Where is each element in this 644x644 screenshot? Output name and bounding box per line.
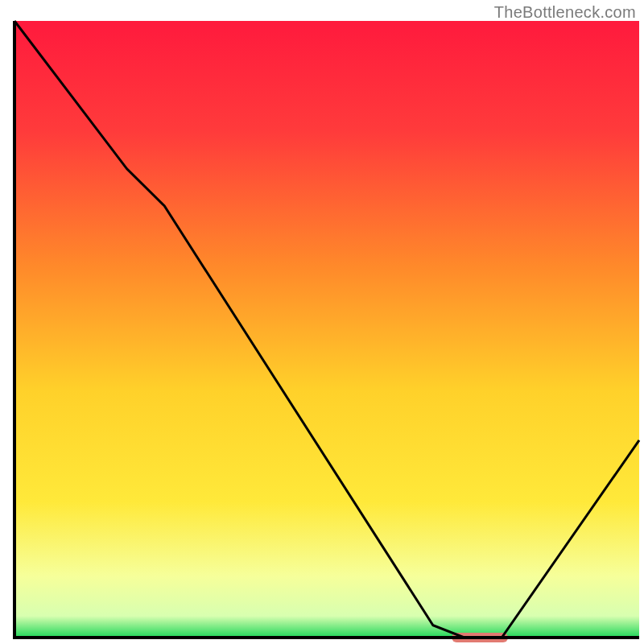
svg-rect-0 — [14, 21, 639, 638]
credit-label: TheBottleneck.com — [494, 3, 636, 22]
bottleneck-chart — [0, 0, 644, 644]
